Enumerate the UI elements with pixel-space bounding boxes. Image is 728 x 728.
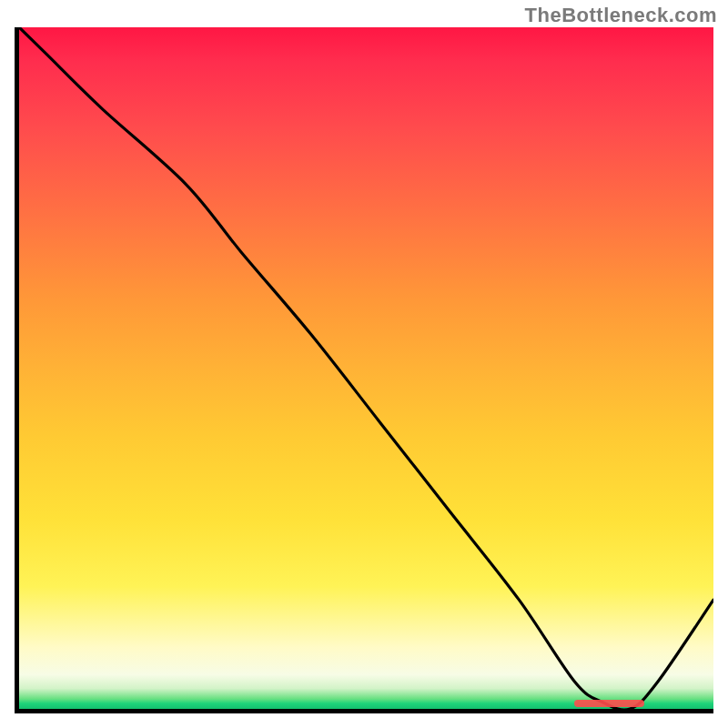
plot-area (15, 27, 713, 713)
chart-container: TheBottleneck.com (0, 0, 728, 728)
attribution-text: TheBottleneck.com (525, 4, 717, 27)
bottleneck-curve (19, 27, 713, 709)
optimum-marker (574, 700, 643, 707)
